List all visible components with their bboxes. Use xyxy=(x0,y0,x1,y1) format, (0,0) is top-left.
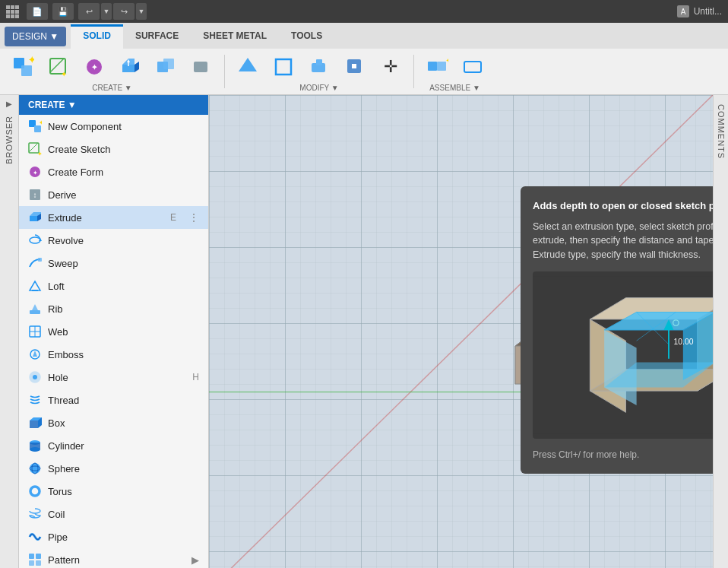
create-sketch-icon: ✦ xyxy=(28,142,42,156)
svg-text:A: A xyxy=(680,8,685,16)
undo-dropdown[interactable]: ▼ xyxy=(101,3,112,20)
torus-icon xyxy=(28,484,42,498)
svg-rect-47 xyxy=(30,310,40,314)
menu-item-box[interactable]: Box xyxy=(19,411,208,434)
svg-rect-16 xyxy=(163,59,174,69)
menu-item-web[interactable]: Web xyxy=(19,320,208,343)
canvas-area[interactable]: Adds depth to open or closed sketch prof… xyxy=(209,95,713,568)
assemble-group-label[interactable]: ASSEMBLE ▼ xyxy=(429,84,480,92)
tab-sheet-metal[interactable]: SHEET METAL xyxy=(191,24,279,49)
menu-item-torus[interactable]: Torus xyxy=(19,480,208,503)
move-icon: ✛ xyxy=(378,55,403,79)
ribbon-btn-m3[interactable] xyxy=(302,52,336,82)
sketch-ribbon-icon: ✦ xyxy=(46,55,71,79)
ribbon-btn-modify-1[interactable] xyxy=(149,52,182,82)
modify-2-icon xyxy=(189,55,214,79)
title-area: A Untitl... xyxy=(676,4,722,19)
hole-shortcut: H xyxy=(192,372,199,382)
tooltip-title: Adds depth to open or closed sketch prof… xyxy=(533,198,713,214)
modify-group-label[interactable]: MODIFY ▼ xyxy=(299,84,338,92)
ribbon-create-group: ✦ ✦ xyxy=(6,52,218,92)
loft-icon xyxy=(28,279,42,293)
right-panel: COMMENTS xyxy=(713,95,728,568)
ribbon-btn-new-component[interactable]: ✦ xyxy=(6,52,40,82)
menu-item-sphere[interactable]: Sphere xyxy=(19,457,208,480)
tab-tools[interactable]: TOOLS xyxy=(279,24,334,49)
left-sidebar: ▶ BROWSER xyxy=(0,95,19,568)
undo-button[interactable]: ↩ xyxy=(78,3,100,20)
menu-item-hole[interactable]: Hole H xyxy=(19,366,208,389)
file-button[interactable]: 📄 xyxy=(27,3,48,20)
menu-item-emboss[interactable]: Emboss xyxy=(19,343,208,366)
menu-item-revolve[interactable]: Revolve xyxy=(19,229,208,252)
pattern-icon xyxy=(28,553,42,566)
new-component-icon: ✦ xyxy=(28,119,42,133)
tab-surface[interactable]: SURFACE xyxy=(123,24,191,49)
sidebar-collapse-arrow[interactable]: ▶ xyxy=(5,98,14,109)
app-icon: A Untitl... xyxy=(676,4,722,19)
extrude-ribbon-icon xyxy=(118,55,142,79)
svg-rect-17 xyxy=(194,62,207,72)
svg-point-61 xyxy=(30,447,40,452)
create-form-icon: ✦ xyxy=(28,165,42,179)
ribbon-btn-a1[interactable]: ✦ xyxy=(420,52,454,82)
menu-item-sweep[interactable]: Sweep xyxy=(19,252,208,274)
redo-dropdown[interactable]: ▼ xyxy=(136,3,147,20)
box-icon xyxy=(28,416,42,430)
menu-item-derive[interactable]: ↕ Derive xyxy=(19,183,208,206)
menu-item-thread[interactable]: Thread xyxy=(19,389,208,411)
ribbon-btn-sketch[interactable]: ✦ xyxy=(42,52,75,82)
tooltip-body: Select an extrusion type, select sketch … xyxy=(533,220,713,262)
ribbon-btn-move[interactable]: ✛ xyxy=(374,52,407,82)
extrude-svg: 10.00 xyxy=(533,271,713,439)
titlebar: 📄 💾 ↩ ▼ ↪ ▼ A Untitl... xyxy=(0,0,728,23)
create-menu-header[interactable]: CREATE ▼ xyxy=(19,95,208,115)
main-area: ▶ BROWSER CREATE ▼ ✦ New Component xyxy=(0,95,728,568)
svg-rect-44 xyxy=(38,258,42,262)
svg-rect-56 xyxy=(30,420,38,428)
menu-item-create-sketch[interactable]: ✦ Create Sketch xyxy=(19,138,208,160)
save-button[interactable]: 💾 xyxy=(52,3,74,20)
tooltip-footer: Press Ctrl+/ for more help. xyxy=(533,448,713,462)
design-button[interactable]: DESIGN ▼ xyxy=(5,27,66,46)
svg-text:✦: ✦ xyxy=(445,56,448,65)
menu-item-create-form[interactable]: ✦ Create Form xyxy=(19,160,208,183)
thread-icon xyxy=(28,393,42,407)
a1-icon: ✦ xyxy=(425,55,449,79)
svg-text:✦: ✦ xyxy=(91,63,98,71)
ribbon-btn-m1[interactable] xyxy=(231,52,264,82)
ribbon-btn-modify-2[interactable] xyxy=(185,52,218,82)
ribbon-btn-extrude[interactable] xyxy=(113,52,147,82)
assemble-icons: ✦ xyxy=(420,52,489,82)
ribbon-btn-m4[interactable] xyxy=(338,52,372,82)
svg-text:✦: ✦ xyxy=(61,70,67,78)
ribbon-assemble-group: ✦ ASSEMBLE ▼ xyxy=(420,52,489,92)
tab-solid[interactable]: SOLID xyxy=(71,24,123,49)
new-component-ribbon-icon: ✦ xyxy=(11,55,35,79)
create-menu: CREATE ▼ ✦ New Component ✦ Create xyxy=(19,95,209,568)
menu-item-coil[interactable]: Coil xyxy=(19,503,208,525)
menu-item-new-component[interactable]: ✦ New Component xyxy=(19,115,208,138)
menu-item-extrude[interactable]: Extrude E ⋮ xyxy=(19,206,208,229)
ribbon-btn-a2[interactable] xyxy=(456,52,489,82)
m2-icon xyxy=(271,55,296,79)
redo-button[interactable]: ↪ xyxy=(113,3,135,20)
menu-item-loft[interactable]: Loft xyxy=(19,274,208,297)
create-group-label[interactable]: CREATE ▼ xyxy=(92,84,132,92)
menu-item-cylinder[interactable]: Cylinder xyxy=(19,434,208,457)
menu-item-pipe[interactable]: Pipe xyxy=(19,525,208,548)
a2-icon xyxy=(461,55,485,79)
browser-label: BROWSER xyxy=(5,116,14,164)
ribbon-content: ✦ ✦ xyxy=(0,49,728,94)
tooltip-popup: Adds depth to open or closed sketch prof… xyxy=(521,186,713,474)
app-grid-icon[interactable] xyxy=(6,5,19,18)
menu-item-rib[interactable]: Rib xyxy=(19,297,208,320)
svg-rect-30 xyxy=(34,125,41,132)
ribbon-btn-create-form[interactable]: ✦ xyxy=(78,52,111,82)
svg-point-42 xyxy=(30,237,40,243)
extrude-icon xyxy=(28,211,42,224)
comments-label: COMMENTS xyxy=(717,104,726,159)
ribbon-btn-m2[interactable] xyxy=(267,52,300,82)
extrude-more-icon[interactable]: ⋮ xyxy=(188,211,199,224)
menu-item-pattern[interactable]: Pattern ▶ xyxy=(19,548,208,568)
